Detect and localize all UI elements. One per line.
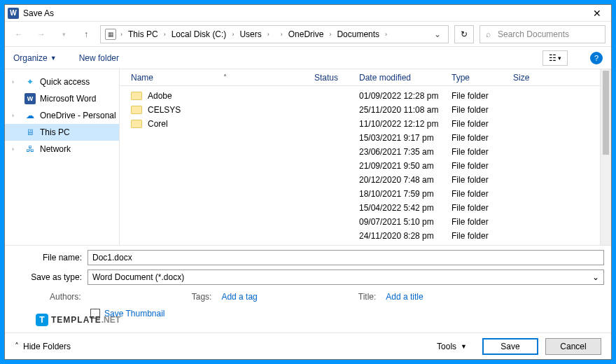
breadcrumb-segment[interactable] <box>274 33 276 36</box>
chevron-right-icon[interactable]: › <box>279 31 284 38</box>
chevron-right-icon[interactable]: › <box>119 31 124 38</box>
table-row[interactable]: 24/11/2020 8:28 pmFile folder <box>131 229 600 243</box>
file-name: Adobe <box>148 91 172 101</box>
table-row[interactable]: 21/09/2021 9:50 amFile folder <box>131 159 600 173</box>
file-list[interactable]: Adobe01/09/2022 12:28 pmFile folderCELSY… <box>120 86 600 245</box>
table-row[interactable]: 15/03/2021 9:17 pmFile folder <box>131 131 600 145</box>
chevron-right-icon[interactable]: › <box>230 31 235 38</box>
star-icon: ✦ <box>24 76 36 88</box>
sidebar-item-network[interactable]: ›🖧Network <box>5 141 119 158</box>
file-date: 15/04/2022 5:42 pm <box>359 203 451 213</box>
breadcrumb-segment[interactable]: Local Disk (C:) <box>170 28 228 41</box>
template-net-logo: T TEMPLATE.NET <box>36 313 604 327</box>
tags-value[interactable]: Add a tag <box>221 292 257 302</box>
chevron-right-icon[interactable]: › <box>266 31 271 38</box>
breadcrumb-segment[interactable]: Documents <box>335 28 381 41</box>
new-folder-button[interactable]: New folder <box>79 53 119 63</box>
navbar: ← → ▾ ↑ ▦ › This PC › Local Disk (C:) › … <box>5 22 611 47</box>
file-date: 01/09/2022 12:28 pm <box>359 91 451 101</box>
hide-folders-button[interactable]: ˄Hide Folders <box>15 342 71 351</box>
vertical-scrollbar[interactable] <box>600 69 611 245</box>
column-headers[interactable]: Name˄ Status Date modified Type Size <box>120 69 600 86</box>
sidebar-item-quick-access[interactable]: ›✦Quick access <box>5 74 119 90</box>
col-date[interactable]: Date modified <box>359 73 451 83</box>
word-app-icon: W <box>8 8 19 19</box>
file-type: File folder <box>451 105 513 115</box>
folder-icon <box>131 120 142 128</box>
save-form: File name: Save as type: Word Document (… <box>5 245 611 332</box>
chevron-down-icon: ⌄ <box>592 272 599 282</box>
chevron-right-icon[interactable]: › <box>162 31 167 38</box>
chevron-right-icon[interactable]: › <box>328 31 332 38</box>
breadcrumb-segment[interactable]: OneDrive <box>287 28 326 41</box>
file-name: Corel <box>148 119 168 129</box>
breadcrumb-bar[interactable]: ▦ › This PC › Local Disk (C:) › Users › … <box>100 25 449 43</box>
authors-label: Authors: <box>50 292 81 302</box>
cloud-icon: ☁ <box>24 110 36 121</box>
chevron-up-icon: ˄ <box>15 342 19 351</box>
file-date: 20/12/2020 7:48 am <box>359 175 451 185</box>
file-type: File folder <box>451 91 513 101</box>
table-row[interactable]: Corel11/10/2022 12:12 pmFile folder <box>131 117 600 131</box>
file-date: 18/10/2021 7:59 pm <box>359 189 451 199</box>
saveastype-dropdown[interactable]: Word Document (*.docx)⌄ <box>88 270 604 285</box>
col-name[interactable]: Name <box>131 73 153 83</box>
table-row[interactable]: Adobe01/09/2022 12:28 pmFile folder <box>131 89 600 103</box>
filename-input[interactable] <box>88 250 604 265</box>
filename-label: File name: <box>12 253 88 262</box>
table-row[interactable]: 18/10/2021 7:59 pmFile folder <box>131 187 600 201</box>
refresh-button[interactable]: ↻ <box>454 25 474 43</box>
nav-forward-button[interactable]: → <box>33 26 50 43</box>
body: ›✦Quick access ›WMicrosoft Word ›☁OneDri… <box>5 69 611 245</box>
sidebar-item-onedrive[interactable]: ›☁OneDrive - Personal <box>5 107 119 124</box>
file-type: File folder <box>451 217 513 227</box>
search-field[interactable]: ⌕ Search Documents <box>479 25 606 43</box>
save-as-dialog: W Save As ✕ ← → ▾ ↑ ▦ › This PC › Local … <box>4 4 612 360</box>
table-row[interactable]: CELSYS25/11/2020 11:08 amFile folder <box>131 103 600 117</box>
tags-label: Tags: <box>192 292 212 302</box>
tools-menu[interactable]: Tools▼ <box>437 342 467 351</box>
view-options-button[interactable]: ☷ ▾ <box>542 50 568 66</box>
chevron-right-icon[interactable]: › <box>384 31 388 38</box>
nav-up-button[interactable]: ↑ <box>78 26 94 43</box>
help-icon[interactable]: ? <box>590 52 603 64</box>
sidebar-item-word[interactable]: ›WMicrosoft Word <box>5 90 119 107</box>
file-date: 24/11/2020 8:28 pm <box>359 231 451 241</box>
sidebar: ›✦Quick access ›WMicrosoft Word ›☁OneDri… <box>5 69 120 245</box>
col-size[interactable]: Size <box>513 73 600 83</box>
table-row[interactable]: 09/07/2021 5:10 pmFile folder <box>131 215 600 229</box>
chevron-down-icon: ▼ <box>50 55 57 62</box>
file-type: File folder <box>451 175 513 185</box>
sidebar-item-this-pc[interactable]: ›🖥This PC <box>5 124 119 141</box>
sort-asc-icon[interactable]: ˄ <box>223 74 227 81</box>
col-type[interactable]: Type <box>451 73 513 83</box>
file-name: CELSYS <box>148 105 181 115</box>
breadcrumb-segment[interactable]: This PC <box>127 28 160 41</box>
file-type: File folder <box>451 203 513 213</box>
nav-back-button[interactable]: ← <box>10 26 27 43</box>
close-icon[interactable]: ✕ <box>586 5 608 21</box>
save-button[interactable]: Save <box>482 338 538 355</box>
breadcrumb-history-dropdown[interactable]: ⌄ <box>431 29 444 39</box>
nav-recent-dropdown[interactable]: ▾ <box>55 26 72 43</box>
breadcrumb-segment[interactable]: Users <box>238 28 262 41</box>
file-date: 11/10/2022 12:12 pm <box>359 119 451 129</box>
table-row[interactable]: 15/04/2022 5:42 pmFile folder <box>131 201 600 215</box>
table-row[interactable]: 20/12/2020 7:48 amFile folder <box>131 173 600 187</box>
table-row[interactable]: 23/06/2021 7:35 amFile folder <box>131 145 600 159</box>
pc-icon: 🖥 <box>24 127 36 138</box>
chevron-down-icon: ▼ <box>461 343 467 350</box>
file-pane: Name˄ Status Date modified Type Size Ado… <box>120 69 600 245</box>
breadcrumb-root-icon[interactable]: ▦ <box>105 29 116 40</box>
search-placeholder: Search Documents <box>498 29 569 39</box>
word-icon: W <box>24 93 36 104</box>
col-status[interactable]: Status <box>314 73 359 83</box>
title-meta-value[interactable]: Add a title <box>386 292 423 302</box>
organize-menu[interactable]: Organize▼ <box>13 53 57 63</box>
window-title: Save As <box>23 8 586 18</box>
file-type: File folder <box>451 161 513 171</box>
title-meta-label: Title: <box>358 292 377 302</box>
cancel-button[interactable]: Cancel <box>545 338 601 355</box>
titlebar[interactable]: W Save As ✕ <box>5 5 611 22</box>
file-type: File folder <box>451 119 513 129</box>
